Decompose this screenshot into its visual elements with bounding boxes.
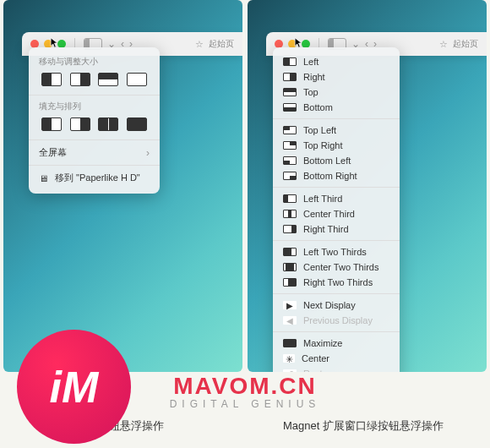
move-resize-row — [29, 71, 160, 91]
tl-label: Top Left — [303, 125, 336, 135]
magnet-item-nd[interactable]: ▶Next Display — [273, 298, 400, 313]
magnet-item-l2[interactable]: Left Two Thirds — [273, 244, 400, 260]
separator — [29, 165, 160, 166]
tile-right-icon[interactable] — [70, 73, 90, 86]
tile-top-icon[interactable] — [98, 73, 118, 86]
separator — [273, 240, 400, 241]
right-label: Right — [303, 72, 325, 82]
favorite-icon[interactable]: ☆ — [195, 39, 204, 50]
magnet-item-rt[interactable]: Right Third — [273, 221, 400, 237]
chevron-right-icon: › — [146, 147, 150, 159]
magnet-item-left[interactable]: Left — [273, 54, 400, 69]
magnet-item-pd: ◀Previous Display — [273, 313, 400, 328]
brand-logo: iM — [17, 330, 131, 444]
magnet-item-bottom[interactable]: Bottom — [273, 100, 400, 115]
arrange-quad-icon[interactable] — [127, 117, 147, 131]
left-label: Left — [303, 57, 318, 67]
magnet-item-cn[interactable]: ✳Center — [273, 351, 400, 366]
caption-right: Magnet 扩展窗口绿按钮悬浮操作 — [245, 418, 482, 434]
lt-icon — [283, 194, 297, 203]
arrange-right-icon[interactable] — [70, 117, 90, 131]
bl-icon — [283, 156, 297, 165]
section-fill-arrange: 填充与排列 — [29, 99, 160, 116]
display-icon: 🖥 — [39, 173, 48, 183]
br-icon — [283, 172, 297, 180]
separator — [273, 187, 400, 188]
bl-label: Bottom Left — [303, 156, 351, 166]
separator — [29, 139, 160, 140]
tile-fill-icon[interactable] — [127, 73, 147, 86]
left-icon — [283, 57, 297, 66]
cn-label: Center — [302, 353, 329, 363]
separator — [273, 293, 400, 294]
top-label: Top — [303, 87, 318, 97]
arrange-left-icon[interactable] — [41, 117, 62, 131]
native-window-popover: 移动与调整大小 填充与排列 全屏幕 › — [29, 47, 160, 194]
magnet-popover: LeftRightTopBottomTop LeftTop RightBotto… — [273, 47, 400, 372]
rt-icon — [283, 225, 297, 233]
startpage-label: 起始页 — [209, 38, 234, 50]
fullscreen-item[interactable]: 全屏幕 › — [29, 144, 160, 161]
cn-icon: ✳ — [283, 354, 295, 363]
magnet-item-c2[interactable]: Center Two Thirds — [273, 260, 400, 275]
pd-label: Previous Display — [303, 315, 373, 325]
tr-icon — [283, 141, 297, 150]
l2-label: Left Two Thirds — [303, 247, 367, 257]
c2-label: Center Two Thirds — [303, 262, 378, 272]
magnet-item-right[interactable]: Right — [273, 69, 400, 85]
c2-icon — [283, 263, 297, 271]
lt-label: Left Third — [303, 194, 342, 204]
mx-label: Maximize — [303, 338, 342, 348]
rt-label: Right Third — [303, 224, 349, 234]
move-to-display-item[interactable]: 🖥 移到 "Paperlike H D" — [29, 169, 160, 187]
tile-left-icon[interactable] — [41, 73, 62, 86]
startpage-label: 起始页 — [453, 38, 478, 50]
magnet-item-br[interactable]: Bottom Right — [273, 168, 400, 183]
arrange-split-icon[interactable] — [98, 117, 118, 131]
right-icon — [283, 73, 297, 81]
move-to-label: 移到 "Paperlike H D" — [55, 172, 140, 184]
magnet-item-bl[interactable]: Bottom Left — [273, 153, 400, 168]
r2-icon — [283, 278, 297, 287]
magnet-item-tr[interactable]: Top Right — [273, 138, 400, 153]
magnet-item-top[interactable]: Top — [273, 85, 400, 100]
ct-icon — [283, 210, 297, 218]
tl-icon — [283, 126, 297, 134]
magnet-item-ct[interactable]: Center Third — [273, 206, 400, 221]
ct-label: Center Third — [303, 209, 355, 219]
nd-label: Next Display — [303, 300, 356, 310]
br-label: Bottom Right — [303, 171, 357, 181]
magnet-item-tl[interactable]: Top Left — [273, 123, 400, 138]
magnet-item-lt[interactable]: Left Third — [273, 191, 400, 206]
rs-label: Restore — [303, 369, 336, 372]
fullscreen-label: 全屏幕 — [39, 146, 67, 159]
r2-label: Right Two Thirds — [303, 277, 373, 287]
magnet-item-r2[interactable]: Right Two Thirds — [273, 275, 400, 290]
nd-icon: ▶ — [283, 301, 297, 309]
logo-text: iM — [50, 362, 99, 412]
fill-arrange-row — [29, 116, 160, 136]
separator — [273, 331, 400, 332]
magnet-item-rs: ↺Restore — [273, 366, 400, 372]
magnet-item-mx[interactable]: Maximize — [273, 336, 400, 351]
bottom-label: Bottom — [303, 102, 333, 112]
l2-icon — [283, 248, 297, 256]
pd-icon: ◀ — [283, 316, 297, 325]
favorite-icon[interactable]: ☆ — [439, 39, 448, 50]
separator — [29, 95, 160, 96]
panel-native: ⌄ ‹ › ☆ 起始页 移动与调整大小 填充与排列 — [3, 0, 242, 372]
tr-label: Top Right — [303, 140, 342, 150]
panel-magnet: ⌄ ‹ › ☆ 起始页 LeftRightTopBottomTop LeftTo… — [248, 0, 487, 372]
rs-icon: ↺ — [283, 369, 297, 372]
section-move-resize: 移动与调整大小 — [29, 54, 160, 71]
top-icon — [283, 88, 297, 96]
separator — [273, 118, 400, 119]
mx-icon — [283, 339, 297, 347]
bottom-icon — [283, 103, 297, 112]
